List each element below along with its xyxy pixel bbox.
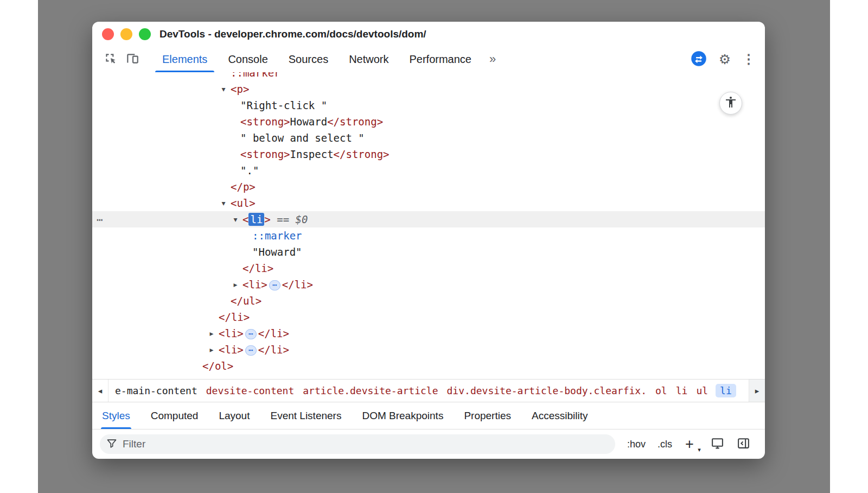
dom-tree-row[interactable]: ▾<p> bbox=[92, 81, 765, 97]
toggle-element-state-button[interactable]: :hov bbox=[627, 439, 646, 450]
close-window-button[interactable] bbox=[102, 28, 114, 40]
breadcrumb-scroll-right-button[interactable]: ▸ bbox=[749, 380, 765, 402]
collapse-arrow-icon[interactable]: ▾ bbox=[229, 211, 241, 227]
code-token: "Howard" bbox=[252, 246, 302, 258]
more-tabs-button[interactable]: » bbox=[482, 52, 503, 66]
dom-tree-row[interactable]: ::marker bbox=[92, 72, 765, 81]
code-token: </ul> bbox=[231, 295, 261, 307]
dom-tree-row[interactable]: ▸<li>⋯</li> bbox=[92, 276, 765, 293]
row-actions-icon[interactable]: ⋯ bbox=[97, 211, 104, 227]
dom-tree-row[interactable]: ::marker bbox=[92, 227, 765, 244]
chevron-left-icon: ◂ bbox=[98, 386, 103, 396]
toggle-sidebar-button[interactable] bbox=[736, 437, 751, 452]
code-token: "Right-click " bbox=[240, 99, 327, 111]
window-title: DevTools - developer.chrome.com/docs/dev… bbox=[159, 28, 426, 40]
filter-bar-icons bbox=[710, 437, 751, 452]
tab-performance[interactable]: Performance bbox=[399, 46, 482, 72]
dom-tree-row[interactable]: </p> bbox=[92, 179, 765, 195]
panel-tab-styles[interactable]: Styles bbox=[102, 402, 130, 429]
main-menu-button[interactable]: ⋮ bbox=[742, 48, 755, 70]
panel-tab-layout[interactable]: Layout bbox=[219, 402, 250, 429]
breadcrumb-item[interactable]: div.devsite-article-body.clearfix. bbox=[447, 385, 647, 396]
panel-tab-properties[interactable]: Properties bbox=[464, 402, 511, 429]
collapse-arrow-icon[interactable]: ▾ bbox=[218, 195, 229, 211]
code-token: Inspect bbox=[290, 148, 334, 160]
code-token: </li> bbox=[258, 327, 289, 339]
new-style-rule-button[interactable]: +▾ bbox=[685, 437, 694, 452]
code-token: </li> bbox=[242, 262, 273, 274]
dom-tree-row[interactable]: ▸<li>⋯</li> bbox=[92, 342, 765, 358]
panel-tab-dom-breakpoints[interactable]: DOM Breakpoints bbox=[362, 402, 443, 429]
dom-tree-row[interactable]: <strong>Howard</strong> bbox=[92, 113, 765, 130]
toolbar-tabs: ElementsConsoleSourcesNetworkPerformance bbox=[152, 46, 482, 72]
code-token: <li> bbox=[242, 279, 267, 290]
plus-icon: + bbox=[685, 436, 694, 452]
dom-tree-row[interactable]: "." bbox=[92, 162, 765, 179]
minimize-window-button[interactable] bbox=[120, 28, 132, 40]
breadcrumb-item[interactable]: devsite-content bbox=[206, 385, 295, 396]
collapse-arrow-icon[interactable]: ▾ bbox=[218, 81, 229, 97]
dom-tree-row[interactable]: " below and select " bbox=[92, 130, 765, 146]
breadcrumb-item[interactable]: li bbox=[676, 385, 688, 396]
panel-tab-computed[interactable]: Computed bbox=[151, 402, 199, 429]
dom-tree-row[interactable]: </li> bbox=[92, 309, 765, 325]
expand-children-button[interactable]: ⋯ bbox=[269, 280, 280, 290]
panel-tab-accessibility[interactable]: Accessibility bbox=[532, 402, 588, 429]
breadcrumb-item[interactable]: ol bbox=[655, 385, 667, 396]
tab-console[interactable]: Console bbox=[218, 46, 278, 72]
rendering-emulation-button[interactable] bbox=[710, 437, 725, 452]
dom-tree-row[interactable]: ▸<li>⋯</li> bbox=[92, 325, 765, 342]
kebab-menu-icon: ⋮ bbox=[742, 53, 755, 66]
toolbar-right-controls: ⚙ ⋮ bbox=[690, 48, 765, 70]
expand-children-button[interactable]: ⋯ bbox=[245, 329, 257, 339]
dom-tree-row[interactable]: <strong>Inspect</strong> bbox=[92, 146, 765, 162]
dom-tree-row[interactable]: "Howard" bbox=[92, 244, 765, 260]
code-token: </strong> bbox=[327, 116, 383, 128]
filter-input[interactable]: Filter bbox=[100, 434, 615, 454]
breadcrumb-item[interactable]: e-main-content bbox=[115, 385, 197, 396]
device-toolbar-icon bbox=[125, 52, 139, 67]
breadcrumb-item[interactable]: li bbox=[716, 384, 736, 397]
sync-button[interactable] bbox=[690, 48, 707, 70]
panel-tab-event-listeners[interactable]: Event Listeners bbox=[270, 402, 341, 429]
breadcrumb-items: e-main-contentdevsite-contentarticle.dev… bbox=[108, 380, 749, 402]
expand-arrow-icon[interactable]: ▸ bbox=[206, 325, 218, 342]
breadcrumb-item[interactable]: article.devsite-article bbox=[303, 385, 438, 396]
zoom-window-button[interactable] bbox=[139, 28, 151, 40]
code-token: <strong> bbox=[240, 148, 290, 160]
dom-tree-row[interactable]: ▾<ul> bbox=[92, 195, 765, 211]
chevron-right-icon: ▸ bbox=[755, 386, 760, 396]
code-token: < bbox=[242, 213, 248, 225]
dom-tree-row[interactable]: "Right-click " bbox=[92, 97, 765, 113]
dom-tree-row[interactable]: </ol> bbox=[92, 358, 765, 374]
tab-network[interactable]: Network bbox=[339, 46, 399, 72]
settings-button[interactable]: ⚙ bbox=[716, 48, 733, 70]
inspect-cursor-icon bbox=[104, 52, 118, 67]
code-token: </li> bbox=[258, 344, 289, 356]
caret-down-icon: ▾ bbox=[698, 447, 701, 453]
tab-elements[interactable]: Elements bbox=[152, 46, 218, 72]
expand-arrow-icon[interactable]: ▸ bbox=[229, 276, 241, 293]
code-token: "." bbox=[240, 165, 259, 176]
code-token: <p> bbox=[231, 83, 249, 95]
dom-tree-row[interactable]: </ul> bbox=[92, 293, 765, 309]
breadcrumb-item[interactable]: ul bbox=[696, 385, 708, 396]
monitor-icon bbox=[711, 437, 724, 452]
code-token: <li> bbox=[219, 344, 244, 356]
dom-tree-row[interactable]: </li> bbox=[92, 260, 765, 276]
code-token: <strong> bbox=[240, 116, 290, 128]
code-token: </ol> bbox=[202, 360, 233, 372]
toggle-device-toolbar-button[interactable] bbox=[122, 48, 143, 70]
dom-tree-row[interactable]: ⋯▾<li> == $0 bbox=[92, 211, 765, 227]
code-token: li bbox=[248, 213, 264, 226]
code-token: </strong> bbox=[334, 148, 390, 160]
element-classes-button[interactable]: .cls bbox=[658, 439, 672, 450]
dom-tree: ::marker▾<p>"Right-click "<strong>Howard… bbox=[92, 72, 765, 379]
inspect-element-button[interactable] bbox=[100, 48, 122, 70]
code-token: </li> bbox=[282, 279, 313, 290]
expand-arrow-icon[interactable]: ▸ bbox=[206, 342, 218, 358]
tab-sources[interactable]: Sources bbox=[278, 46, 339, 72]
breadcrumb: ◂ e-main-contentdevsite-contentarticle.d… bbox=[92, 379, 765, 402]
expand-children-button[interactable]: ⋯ bbox=[245, 345, 257, 356]
breadcrumb-scroll-left-button[interactable]: ◂ bbox=[92, 380, 108, 402]
